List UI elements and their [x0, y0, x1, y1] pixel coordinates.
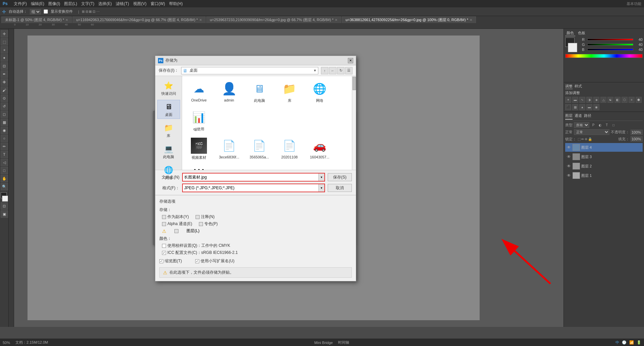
- invert-icon[interactable]: ⬛: [565, 104, 571, 110]
- layer-2-eye[interactable]: 👁: [566, 163, 572, 169]
- menu-image[interactable]: 图像(I): [48, 1, 60, 7]
- crop-tool[interactable]: ⊡: [1, 62, 8, 70]
- lowercase-checkbox[interactable]: [195, 259, 199, 263]
- hsl-icon[interactable]: △: [600, 97, 606, 103]
- kind-filter-select[interactable]: 所有: [574, 122, 589, 128]
- sidebar-computer[interactable]: 💻 此电脑: [157, 142, 180, 161]
- menu-layer[interactable]: 图层(L): [64, 1, 77, 7]
- file-u116[interactable]: 🖼 u=11692...: [185, 165, 212, 170]
- channels-tab[interactable]: 通道: [575, 113, 582, 120]
- scrollbar-thumb[interactable]: [353, 77, 356, 90]
- layer-row-3[interactable]: 👁 图层 3: [565, 152, 643, 161]
- gradient-tool[interactable]: ▦: [1, 119, 8, 126]
- file-20201108[interactable]: 📄 20201108: [276, 136, 303, 161]
- brush-tool[interactable]: 🖌: [1, 86, 8, 94]
- file-admin[interactable]: 👤 admin: [216, 79, 243, 105]
- curves-icon[interactable]: ∿: [579, 97, 585, 103]
- selection-tool[interactable]: ⬚: [1, 38, 8, 46]
- blur-tool[interactable]: ◉: [1, 127, 8, 134]
- quick-mask-tool[interactable]: ⊡: [1, 202, 8, 210]
- use-proof-checkbox[interactable]: [162, 244, 166, 248]
- stamp-tool[interactable]: ⊙: [1, 94, 8, 102]
- file-3565[interactable]: 📄 3565065a...: [246, 136, 273, 161]
- as-copy-checkbox[interactable]: [162, 215, 166, 219]
- lock-all-icon[interactable]: 🔒: [588, 137, 592, 141]
- threshold-icon[interactable]: ▲: [579, 104, 585, 110]
- wand-tool[interactable]: ✦: [1, 54, 8, 62]
- fill-input[interactable]: [631, 136, 643, 142]
- lock-move-icon[interactable]: ✛: [585, 137, 587, 141]
- file-onedrive[interactable]: ☁ OneDrive: [185, 79, 212, 105]
- as-copy-check[interactable]: 作为副本(Y): [162, 214, 189, 220]
- vibrance-icon[interactable]: ◈: [593, 97, 599, 103]
- shape-tool[interactable]: □: [1, 167, 8, 174]
- notes-checkbox[interactable]: [196, 215, 200, 219]
- mini-bridge-label[interactable]: Mini Bridge: [314, 341, 333, 345]
- menu-edit[interactable]: 编辑(E): [31, 1, 44, 7]
- icc-check[interactable]: ICC 配置文件(C)：sRGB IEC61966-2.1: [162, 250, 352, 256]
- location-up-button[interactable]: ↑: [321, 67, 328, 74]
- layer-row-1[interactable]: 👁 图层 1: [565, 171, 643, 180]
- tab-3[interactable]: u=3638812661,4278309225&fm=26&gp=0.jpg @…: [342, 16, 476, 23]
- style-tab[interactable]: 样式: [575, 84, 582, 89]
- layer-4-eye[interactable]: 👁: [566, 145, 572, 150]
- lock-transparent-icon[interactable]: ⬚: [578, 137, 581, 141]
- move-tool[interactable]: ✛: [1, 30, 8, 38]
- opacity-input[interactable]: [631, 130, 643, 135]
- menu-help[interactable]: 帮助(H): [169, 1, 183, 7]
- pen-tool[interactable]: ✏: [1, 143, 8, 150]
- exposure-icon[interactable]: ◑: [586, 97, 592, 103]
- blend-mode-select[interactable]: 正常: [574, 129, 609, 135]
- use-proof-check[interactable]: 使用校样设置(Q)：工作中的 CMYK: [162, 243, 352, 249]
- file-network[interactable]: 🌐 网络: [306, 79, 333, 105]
- colorlookup-icon[interactable]: ⬢: [636, 97, 642, 103]
- tab-0[interactable]: 未标题-1 @ 50% (图层 4, RGB/8#) *✕: [1, 16, 72, 23]
- file-computer[interactable]: 🖥 此电脑: [246, 79, 273, 105]
- color-spectrum[interactable]: [565, 54, 643, 58]
- location-combo[interactable]: 🖥 桌面 ▼: [181, 67, 318, 74]
- screen-mode[interactable]: ▣: [1, 210, 8, 218]
- auto-select-combo[interactable]: 组: [30, 9, 41, 14]
- dialog-close-button[interactable]: ✕: [348, 58, 353, 63]
- sidebar-desktop[interactable]: 🖥 桌面: [157, 100, 180, 119]
- combo-arrow[interactable]: ▼: [313, 69, 317, 72]
- hand-tool[interactable]: ✋: [1, 175, 8, 182]
- sidebar-library[interactable]: 📁 库: [157, 121, 180, 140]
- layer-3-eye[interactable]: 👁: [566, 154, 572, 159]
- r-slider[interactable]: [587, 38, 633, 41]
- fg-bg-colors[interactable]: [1, 192, 8, 202]
- eyedropper-tool[interactable]: ✒: [1, 70, 8, 78]
- icc-checkbox[interactable]: [162, 251, 166, 255]
- filename-input[interactable]: [183, 174, 318, 181]
- tab-1[interactable]: u=116942063,2176669046&fm=26&gp=0.jpg @ …: [72, 16, 206, 23]
- layers-tab[interactable]: 图层: [565, 113, 573, 120]
- notes-check[interactable]: 注释(N): [196, 214, 215, 220]
- file-library[interactable]: 📁 库: [276, 79, 303, 105]
- tab-2[interactable]: u=2539637233,2190939090&fm=26&gp=0.jpg @…: [206, 16, 341, 23]
- format-input[interactable]: [183, 184, 318, 192]
- tab-close-2[interactable]: ✕: [335, 18, 337, 22]
- cancel-button[interactable]: 取消: [328, 184, 352, 192]
- adjust-tab[interactable]: 调整: [565, 84, 573, 89]
- format-dropdown-arrow[interactable]: ▼: [318, 184, 324, 192]
- file-qjj[interactable]: 📊 qjj使用: [185, 108, 212, 133]
- thumbnail-check[interactable]: 缩览图(T): [159, 258, 182, 264]
- zoom-tool[interactable]: 🔍: [1, 183, 8, 190]
- layers-checkbox[interactable]: [174, 229, 178, 233]
- alpha-checkbox[interactable]: [162, 222, 166, 226]
- menu-file[interactable]: 文件(F): [14, 1, 27, 7]
- dodge-tool[interactable]: ○: [1, 135, 8, 142]
- menu-window[interactable]: 窗口(W): [151, 1, 165, 7]
- location-view-button[interactable]: ☰: [345, 67, 353, 74]
- brightness-icon[interactable]: ☀: [565, 97, 571, 103]
- file-video[interactable]: 🎬 视频素材: [185, 136, 212, 161]
- thumbnail-checkbox[interactable]: [159, 259, 163, 263]
- layer-1-eye[interactable]: 👁: [566, 173, 572, 178]
- filter-type-icon[interactable]: P: [591, 123, 596, 128]
- lowercase-check[interactable]: 使用小写扩展名(U): [195, 258, 234, 264]
- file-16043[interactable]: 🚗 16043057...: [306, 136, 333, 161]
- menu-select[interactable]: 选择(E): [98, 1, 112, 7]
- location-refresh-button[interactable]: ↻: [337, 67, 344, 74]
- color-tab[interactable]: 颜色: [565, 30, 575, 36]
- paths-tab[interactable]: 路径: [584, 113, 591, 120]
